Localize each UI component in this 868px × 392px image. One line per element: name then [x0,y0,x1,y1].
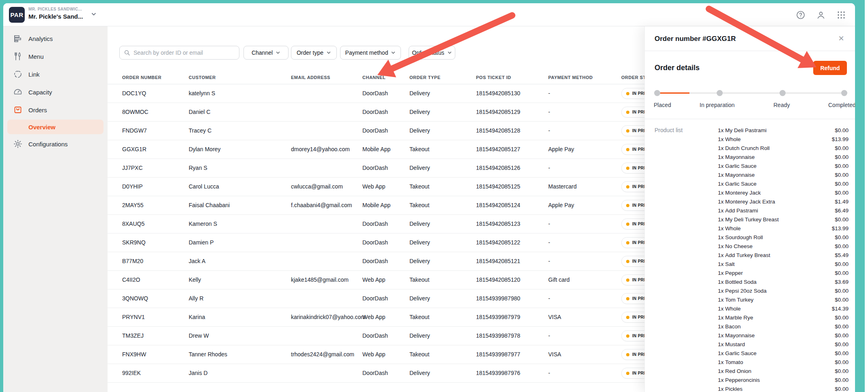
cell-customer: Karina [189,314,291,320]
status-badge: IN PREPARATION [621,349,644,360]
table-row[interactable]: B77M20 Jack A DoorDash Delivery 18154942… [108,252,644,271]
table-row[interactable]: C4II2O Kelly kjake1485@gmail.com Web App… [108,271,644,289]
product-list-item: 1x Marble Rye $0.00 [718,313,849,322]
sidebar-item-overview[interactable]: Overview [7,120,103,134]
filter-order-type-button[interactable]: Order type [291,46,337,60]
status-dot-icon [626,353,629,356]
cell-customer: katelynn S [189,90,291,96]
status-dot-icon [626,260,629,263]
refund-button[interactable]: Refund [813,61,847,75]
chevron-down-icon [447,50,452,55]
product-price: $0.00 [835,127,849,133]
status-badge: IN PREPARATION [621,330,644,341]
cell-customer: Tanner Rhodes [189,351,291,358]
sidebar-item-capacity[interactable]: Capacity [3,83,108,101]
status-dot-icon [626,334,629,338]
table-row[interactable]: SKR9NQ Damien P DoorDash Delivery 181549… [108,233,644,252]
app-header: PAR MR. PICKLES SANDWIC... Mr. Pickle's … [3,3,855,26]
sidebar-item-link[interactable]: Link [3,65,108,83]
cell-order-number: B77M20 [122,258,189,264]
menu-cutlery-icon [13,51,23,61]
sidebar-item-configurations[interactable]: Configurations [3,135,108,153]
sidebar-item-menu[interactable]: Menu [3,47,108,65]
sidebar-item-orders[interactable]: Orders [3,101,108,119]
product-price: $0.00 [835,154,849,160]
close-icon[interactable]: ✕ [836,34,846,43]
cell-order-number: PRYNV1 [122,314,189,320]
cell-customer: Kameron S [189,221,291,227]
cell-channel: DoorDash [362,109,409,115]
table-row[interactable]: PRYNV1 Karina karinakindrick07@yahoo.com… [108,308,644,327]
product-name: 1x Dutch Crunch Roll [718,145,835,151]
gear-icon [13,139,23,149]
cell-order-type: Delivery [409,332,476,339]
product-price: $5.49 [835,252,849,258]
cell-payment-method: - [548,295,621,302]
cell-payment-method: - [548,221,621,227]
order-details-heading: Order details [655,64,700,72]
status-dot-icon [626,185,629,189]
cell-order-number: 992IEK [122,370,189,376]
product-name: 1x Sourdough Roll [718,234,835,240]
cell-pos-ticket-id: 18154942085122 [476,239,548,246]
product-name: 1x No Cheese [718,243,835,249]
store-switcher-chevron-icon[interactable] [91,11,97,19]
apps-grid-icon[interactable] [836,10,846,20]
cell-pos-ticket-id: 18154942085123 [476,221,548,227]
step-dot-placed [654,90,660,96]
step-dot-completed [841,90,847,96]
cell-pos-ticket-id: 18154939987979 [476,314,548,320]
product-name: 1x Garlic Sauce [718,350,835,356]
search-input[interactable]: Search by order ID or email [119,46,239,60]
product-price: $0.00 [835,234,849,240]
table-row[interactable]: GGXG1R Dylan Morey dmorey14@yahoo.com Mo… [108,140,644,159]
product-name: 1x Mustard [718,341,835,347]
product-price: $0.00 [835,145,849,151]
cell-order-number: GGXG1R [122,146,189,152]
status-dot-icon [626,111,629,114]
cell-customer: Tracey C [189,127,291,134]
product-price: $14.39 [832,306,849,312]
filter-order-status-button[interactable]: Order Status [409,46,455,60]
filter-payment-method-button[interactable]: Payment method [340,46,401,60]
table-row[interactable]: 2MAY55 Faisal Chaabani f.chaabani4@gmail… [108,196,644,215]
cell-channel: DoorDash [362,295,409,302]
status-dot-icon [626,129,629,133]
cell-order-type: Takeout [409,314,476,320]
table-row[interactable]: TM3ZEJ Drew W DoorDash Delivery 18154939… [108,327,644,345]
table-row[interactable]: FNDGW7 Tracey C DoorDash Delivery 181549… [108,122,644,140]
filter-channel-button[interactable]: Channel [243,46,289,60]
cell-email: cwlucca@gmail.com [291,183,362,190]
sidebar: Analytics Menu Link Capacity Orders Over… [3,26,108,392]
user-icon[interactable] [816,10,826,20]
sidebar-item-analytics[interactable]: Analytics [3,30,108,47]
orders-toolbar: Search by order ID or email Channel Orde… [108,26,647,65]
product-name: 1x Pepper [718,270,835,276]
product-name: 1x Pickles [718,386,835,392]
status-badge: IN PREPARATION [621,88,644,99]
cell-channel: Web App [362,351,409,358]
cell-order-number: 2MAY55 [122,202,189,208]
cell-email: kjake1485@gmail.com [291,276,362,283]
status-dot-icon [626,241,629,244]
table-row[interactable]: D0YHIP Carol Lucca cwlucca@gmail.com Web… [108,178,644,196]
cell-order-type: Delivery [409,221,476,227]
product-name: 1x Red Onion [718,368,835,374]
cell-channel: Mobile App [362,202,409,208]
product-list-item: 1x Mustard $0.00 [718,340,849,349]
table-row[interactable]: 8OWMOC Daniel C DoorDash Delivery 181549… [108,103,644,122]
product-list-item: 1x Mayonnaise $0.00 [718,170,849,179]
product-list-label: Product list [655,127,683,133]
cell-channel: DoorDash [362,90,409,96]
table-row[interactable]: FNX9HW Tanner Rhodes trhodes2424@gmail.c… [108,345,644,364]
table-row[interactable]: JJ7PXC Ryan S DoorDash Delivery 18154942… [108,159,644,178]
table-row[interactable]: 8XAUQ5 Kameron S DoorDash Delivery 18154… [108,215,644,233]
help-icon[interactable] [796,10,806,20]
table-row[interactable]: 3QNOWQ Ally R DoorDash Delivery 18154939… [108,289,644,308]
table-row[interactable]: DOC1YQ katelynn S DoorDash Delivery 1815… [108,84,644,103]
cell-payment-method: - [548,239,621,246]
table-row[interactable]: 992IEK Janis D DoorDash Delivery 1815493… [108,364,644,383]
product-name: 1x Monterey Jack Extra [718,199,835,205]
sidebar-item-label: Analytics [28,35,53,42]
product-list-item: 1x Add Pastrami $6.49 [718,206,849,215]
